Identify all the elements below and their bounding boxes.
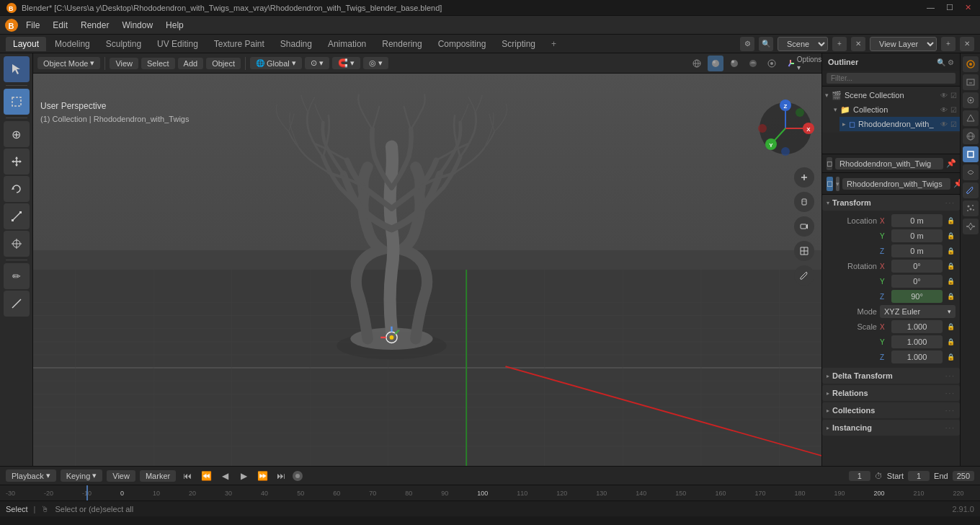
outliner-search-input[interactable] [827, 73, 956, 84]
location-z-field[interactable]: 0 m [891, 244, 943, 257]
viewport-shade-render[interactable] [745, 56, 761, 71]
outliner-collection[interactable]: 📁 Collection 👁 ☑ [831, 102, 960, 117]
select-icon[interactable]: ☑ [950, 92, 957, 100]
relations-header[interactable]: Relations ··· [822, 385, 960, 401]
keyframe-dot[interactable] [293, 471, 303, 481]
location-z-lock-icon[interactable]: 🔒 [945, 246, 956, 256]
scale-x-lock-icon[interactable]: 🔒 [945, 322, 956, 332]
workspace-search[interactable]: 🔍 [759, 37, 773, 51]
object-menu[interactable]: Object [206, 58, 241, 69]
menu-file[interactable]: File [20, 19, 45, 32]
jump-end-btn[interactable]: ⏭ [274, 469, 288, 483]
location-y-lock-icon[interactable]: 🔒 [945, 231, 956, 241]
tool-rotate[interactable] [4, 176, 30, 202]
delta-section-menu[interactable]: ··· [945, 372, 956, 380]
options-dropdown-btn[interactable]: Options ▾ [801, 56, 817, 71]
tool-scale[interactable] [4, 203, 30, 229]
object-name-field[interactable]: Rhododendron_with_Twig [835, 158, 943, 169]
playback-dropdown[interactable]: Playback ▾ [6, 469, 56, 482]
end-frame-field[interactable]: 250 [953, 471, 974, 481]
location-y-field[interactable]: 0 m [891, 229, 943, 242]
menu-help[interactable]: Help [160, 19, 190, 32]
prop-icon-world[interactable] [963, 128, 979, 144]
relations-section-menu[interactable]: ··· [945, 389, 956, 397]
eye-icon[interactable]: 👁 [940, 92, 948, 100]
outliner-scene-collection[interactable]: 🎬 Scene Collection 👁 ☑ [822, 88, 960, 102]
jump-start-btn[interactable]: ⏮ [180, 469, 195, 483]
tab-shading[interactable]: Shading [273, 37, 319, 51]
workspace-icon-pin[interactable]: ⚙ [740, 37, 754, 51]
start-frame-field[interactable]: 1 [908, 471, 930, 481]
tab-animation[interactable]: Animation [321, 37, 373, 51]
collections-header[interactable]: Collections ··· [822, 402, 960, 418]
collection-eye-icon[interactable]: 👁 [940, 106, 948, 114]
obj-data-pin-icon[interactable]: 📌 [953, 179, 960, 188]
tab-texture-paint[interactable]: Texture Paint [207, 37, 272, 51]
viewlayer-add-btn[interactable]: + [941, 37, 956, 51]
view-menu[interactable]: View [110, 58, 138, 69]
prop-icon-render[interactable] [963, 56, 979, 72]
close-button[interactable]: ✕ [962, 3, 974, 12]
add-menu[interactable]: Add [178, 58, 204, 69]
rotation-y-field[interactable]: 0° [891, 275, 943, 288]
tool-transform[interactable] [4, 231, 30, 257]
outliner-object-row[interactable]: ▸ ◻ Rhododendron_with_ 👁 ☑ [839, 117, 960, 131]
rotation-x-field[interactable]: 0° [891, 260, 943, 273]
delta-transform-header[interactable]: Delta Transform ··· [822, 368, 960, 384]
scale-y-field[interactable]: 1.000 [891, 335, 943, 348]
rotation-z-field[interactable]: 90° [891, 290, 943, 303]
rotation-mode-dropdown[interactable]: XYZ Euler ▾ [880, 305, 956, 318]
object-eye-icon[interactable]: 👁 [940, 120, 948, 128]
snap-btn[interactable]: 🧲 ▾ [332, 57, 360, 69]
object-mode-dropdown[interactable]: Object Mode ▾ [37, 57, 100, 69]
rotation-y-lock-icon[interactable]: 🔒 [945, 276, 956, 286]
tree-viewport-object[interactable] [254, 112, 543, 387]
tab-rendering[interactable]: Rendering [375, 37, 429, 51]
timeline-track[interactable]: -30 -20 -10 0 10 20 30 40 50 60 70 80 90… [0, 485, 980, 500]
transform-space-dropdown[interactable]: 🌐 Global ▾ [250, 57, 302, 69]
tool-move[interactable] [4, 149, 30, 175]
viewport-canvas[interactable]: User Perspective (1) Collection | Rhodod… [33, 74, 821, 466]
obj-name-pin-icon[interactable]: 📌 [946, 159, 956, 168]
prop-icon-output[interactable] [963, 74, 979, 90]
marker-dropdown[interactable]: Marker [140, 470, 176, 482]
prop-icon-constraints[interactable] [963, 164, 979, 180]
location-x-field[interactable]: 0 m [891, 214, 943, 227]
scale-z-lock-icon[interactable]: 🔒 [945, 352, 956, 362]
rotation-x-lock-icon[interactable]: 🔒 [945, 261, 956, 271]
scene-remove-btn[interactable]: ✕ [851, 37, 865, 51]
instancing-section-menu[interactable]: ··· [945, 424, 956, 432]
keying-dropdown[interactable]: Keying ▾ [61, 469, 103, 482]
play-btn[interactable]: ▶ [236, 469, 251, 483]
viewport-shade-wire[interactable] [689, 56, 705, 71]
pan-btn[interactable] [794, 192, 814, 212]
tab-modeling[interactable]: Modeling [48, 37, 97, 51]
tool-measure[interactable] [4, 291, 30, 317]
rotation-z-lock-icon[interactable]: 🔒 [945, 291, 956, 301]
tool-select-box[interactable] [4, 89, 30, 115]
timeline-view-dropdown[interactable]: View [107, 470, 135, 482]
scene-selector[interactable]: Scene [778, 37, 828, 51]
show-gizmos-btn[interactable] [783, 56, 798, 71]
scale-x-field[interactable]: 1.000 [891, 320, 943, 333]
viewlayer-selector[interactable]: View Layer [870, 37, 937, 51]
obj-data-dropdown-icon[interactable]: ▾ [836, 177, 839, 191]
tab-sculpting[interactable]: Sculpting [99, 37, 148, 51]
object-select-icon[interactable]: ☑ [950, 120, 957, 128]
camera-view-btn[interactable] [794, 216, 814, 237]
show-overlays-btn[interactable] [764, 56, 780, 71]
location-x-lock-icon[interactable]: 🔒 [945, 216, 956, 226]
outliner-settings-icon[interactable]: ⚙ [948, 58, 954, 66]
play-back-btn[interactable]: ◀ [218, 469, 232, 483]
titlebar-controls[interactable]: — ☐ ✕ [924, 3, 974, 12]
maximize-button[interactable]: ☐ [943, 3, 956, 12]
menu-render[interactable]: Render [75, 19, 115, 32]
prop-icon-particles[interactable] [963, 200, 979, 216]
tab-layout[interactable]: Layout [6, 37, 46, 51]
select-menu[interactable]: Select [141, 58, 175, 69]
viewport[interactable]: Object Mode ▾ View Select Add Object 🌐 G… [33, 53, 821, 466]
zoom-in-btn[interactable] [794, 167, 814, 188]
tool-cursor[interactable]: ⊕ [4, 121, 30, 147]
outliner-filter-icon[interactable]: 🔍 [937, 58, 945, 66]
instancing-header[interactable]: Instancing ··· [822, 420, 960, 436]
